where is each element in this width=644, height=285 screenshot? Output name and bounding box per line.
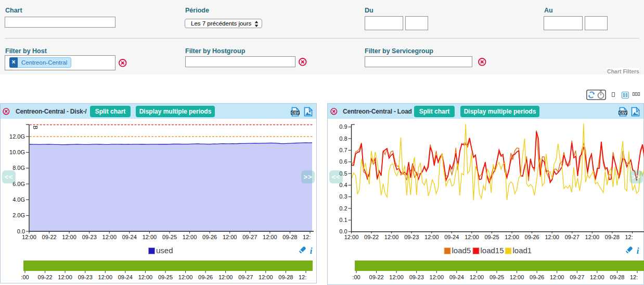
svg-text:09-22: 09-22 [364, 234, 379, 240]
svg-text:12:: 12: [303, 234, 311, 240]
svg-text:09-23: 09-23 [409, 274, 424, 280]
svg-text:12:00: 12:00 [505, 234, 519, 240]
svg-text:12:00: 12:00 [143, 234, 157, 240]
svg-text:12:00: 12:00 [470, 274, 484, 280]
svg-text:12:00: 12:00 [424, 234, 439, 240]
svg-text:12:: 12: [299, 274, 306, 280]
svg-text:10.0G: 10.0G [9, 149, 25, 155]
svg-text:12:00: 12:00 [138, 274, 153, 280]
svg-text:4.0G: 4.0G [12, 196, 25, 203]
svg-text:0.3: 0.3 [339, 193, 347, 200]
svg-text:12:00: 12:00 [430, 274, 444, 280]
svg-text::00: :00 [352, 274, 360, 280]
svg-text:load5: load5 [452, 246, 471, 255]
svg-text:09-24: 09-24 [122, 234, 137, 240]
svg-text:12:00: 12:00 [585, 234, 600, 240]
svg-text:12:00: 12:00 [218, 274, 233, 280]
svg-text:0.1: 0.1 [339, 217, 347, 223]
svg-text:09-23: 09-23 [78, 274, 93, 280]
svg-text:0.7: 0.7 [339, 147, 347, 153]
svg-text:09-25: 09-25 [158, 274, 173, 280]
svg-text:12:00: 12:00 [510, 274, 524, 280]
svg-text:12:00: 12:00 [102, 234, 117, 240]
svg-text:load15: load15 [481, 246, 504, 255]
svg-text:12:00: 12:00 [344, 234, 359, 240]
svg-text:12:00: 12:00 [22, 234, 36, 240]
svg-text:12:00: 12:00 [389, 274, 404, 280]
svg-text:12:00: 12:00 [545, 234, 559, 240]
svg-text:09-26: 09-26 [198, 274, 213, 280]
svg-text:09-26: 09-26 [202, 234, 217, 240]
svg-text:09-28: 09-28 [605, 234, 620, 240]
svg-text:2.0G: 2.0G [12, 212, 25, 218]
svg-text:09-25: 09-25 [490, 274, 504, 280]
svg-text:09-26: 09-26 [530, 274, 544, 280]
svg-text:09-27: 09-27 [238, 274, 253, 280]
svg-text:12:00: 12:00 [62, 234, 76, 240]
svg-text:12:00: 12:00 [590, 274, 604, 280]
svg-text:09-24: 09-24 [449, 274, 464, 280]
svg-text:09-27: 09-27 [242, 234, 257, 240]
svg-text:12:00: 12:00 [178, 274, 193, 280]
svg-text:09-26: 09-26 [525, 234, 539, 240]
svg-text:09-22: 09-22 [369, 274, 384, 280]
svg-text:12.0G: 12.0G [9, 133, 25, 140]
svg-text:09-28: 09-28 [278, 274, 293, 280]
svg-text:i: i [310, 246, 313, 256]
svg-text:12:00: 12:00 [183, 234, 197, 240]
svg-text:09-22: 09-22 [38, 274, 53, 280]
svg-text:09-23: 09-23 [82, 234, 97, 240]
svg-text:09-27: 09-27 [565, 234, 579, 240]
svg-text:09-28: 09-28 [282, 234, 297, 240]
svg-text:09-25: 09-25 [484, 234, 499, 240]
svg-text:used: used [156, 246, 173, 255]
svg-text:09-24: 09-24 [444, 234, 459, 240]
svg-text:12:: 12: [630, 274, 638, 280]
svg-text:8.0G: 8.0G [12, 165, 25, 171]
svg-text:12:00: 12:00 [384, 234, 399, 240]
svg-text:12:: 12: [625, 234, 633, 240]
svg-text:09-23: 09-23 [404, 234, 419, 240]
svg-text:09-22: 09-22 [42, 234, 57, 240]
svg-text:0.2: 0.2 [339, 205, 347, 212]
svg-text:0.0: 0.0 [17, 228, 25, 234]
svg-text:12:00: 12:00 [58, 274, 72, 280]
svg-text:12:00: 12:00 [223, 234, 237, 240]
svg-text:09-24: 09-24 [118, 274, 133, 280]
svg-text:09-28: 09-28 [610, 274, 624, 280]
svg-text:B: B [32, 126, 38, 129]
svg-text:09-27: 09-27 [570, 274, 584, 280]
svg-text::00: :00 [21, 274, 29, 280]
svg-text:12:00: 12:00 [465, 234, 479, 240]
svg-text:load1: load1 [513, 246, 532, 255]
svg-text:09-25: 09-25 [162, 234, 177, 240]
svg-text:12:00: 12:00 [259, 274, 273, 280]
svg-text:0.8: 0.8 [339, 135, 347, 142]
svg-text:12:00: 12:00 [263, 234, 277, 240]
svg-text:0.6: 0.6 [339, 158, 347, 165]
svg-text:12:00: 12:00 [550, 274, 564, 280]
svg-text:i: i [637, 246, 639, 256]
svg-text:0.9: 0.9 [339, 123, 347, 130]
svg-text:12:00: 12:00 [98, 274, 113, 280]
